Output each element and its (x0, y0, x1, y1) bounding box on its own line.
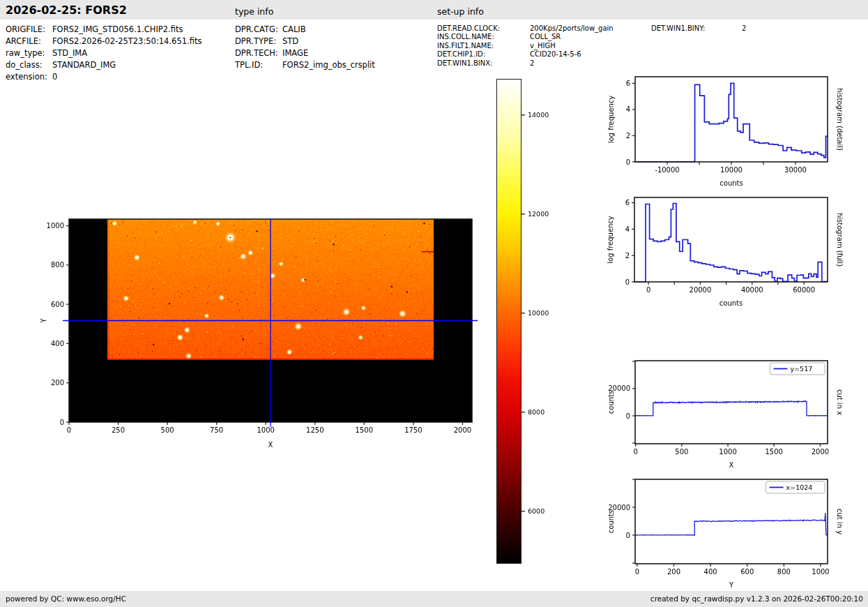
x-tick-label: 20000 (690, 286, 712, 294)
info-value: FORS2_IMG_STD056.1.CHIP2.fits (52, 25, 183, 34)
file-info-row: do_class:STANDARD_IMG (6, 61, 116, 70)
setup-info-row: DET.CHIP1.ID:CCID20-14-5-6 (437, 50, 581, 58)
colorbar-tick-label: 14000 (528, 111, 549, 119)
x-tick-label: 200 (667, 568, 680, 576)
hist-full-plot-right-label: histogram (full) (836, 213, 844, 267)
cut_x-series (635, 401, 828, 417)
colorbar-tick-label: 8000 (528, 408, 545, 416)
setup-info-row: DET.READ.CLOCK:200Kps/2ports/low_gain (437, 24, 614, 32)
colorbar-tick-label: 6000 (528, 507, 545, 515)
info-value: CALIB (282, 25, 306, 34)
y-tick-label: 0 (60, 419, 64, 426)
x-tick-label: 2000 (454, 426, 471, 434)
x-tick-label: 0 (646, 286, 650, 294)
info-label: DPR.TYPE: (235, 37, 282, 46)
file-info-row: ORIGFILE:FORS2_IMG_STD056.1.CHIP2.fits (6, 25, 183, 34)
x-tick-label: 400 (704, 568, 717, 576)
y-tick-label: 400 (51, 340, 64, 347)
colorbar (496, 79, 521, 564)
hist-full-plot-frame (634, 197, 828, 282)
info-value: CCID20-14-5-6 (530, 50, 581, 58)
y-tick-label: 0 (625, 278, 630, 286)
x-tick-label: 1000 (719, 448, 736, 456)
x-tick-label: 30000 (784, 166, 807, 174)
type-info-row: DPR.TECH:IMAGE (235, 49, 308, 58)
info-value: 2 (530, 59, 534, 67)
y-tick-label: 4 (625, 225, 630, 233)
info-label: extension: (6, 73, 52, 82)
y-tick-label: 20000 (608, 384, 630, 392)
x-tick-label: 800 (777, 568, 791, 576)
info-value: STANDARD_IMG (52, 61, 116, 70)
info-label: DPR.TECH: (235, 49, 282, 58)
x-tick-label: 500 (161, 426, 174, 434)
info-label: TPL.ID: (235, 61, 282, 70)
cut-y-plot-right-label: cut in y (836, 509, 844, 534)
hist-full-plot-axes (632, 197, 828, 285)
y-tick-label: 0 (626, 532, 630, 539)
setup-info-row: INS.COLL.NAME:COLL_SR (437, 33, 561, 40)
main-image-plot-xlabel: X (268, 441, 273, 449)
type-info-row: DPR.CATG:CALIB (235, 25, 306, 34)
y-tick-label: 200 (51, 379, 64, 387)
info-label: do_class: (6, 61, 52, 70)
setup-info-row: DET.WIN1.BINX:2 (437, 59, 534, 67)
info-value: FORS2_img_obs_crsplit (282, 61, 375, 70)
y-tick-label: 2 (626, 132, 630, 140)
x-tick-label: 0 (67, 426, 71, 434)
cut-y-plot-ylabel: counts (607, 510, 615, 533)
y-tick-label: 800 (51, 261, 64, 269)
y-tick-label: 0 (626, 158, 630, 166)
setup-info-row: DET.WIN1.BINY:2 (651, 24, 746, 32)
info-value: COLL_SR (530, 33, 561, 40)
file-info-row: extension:0 (6, 73, 57, 82)
file-info-row: raw_type:STD_IMA (6, 49, 87, 58)
x-tick-label: 40000 (741, 286, 763, 294)
cut-x-plot-ylabel: counts (607, 391, 615, 414)
hist-full-plot-xlabel: counts (719, 299, 743, 307)
header-bar (0, 0, 868, 20)
x-tick-label: 1500 (765, 448, 782, 456)
info-value: STD_IMA (52, 49, 87, 58)
info-label: INS.FILT1.NAME: (437, 42, 530, 50)
y-tick-label: 2 (625, 252, 630, 260)
cut-y-plot-frame (635, 479, 828, 564)
x-tick-label: 1250 (306, 426, 323, 434)
info-value: 0 (52, 73, 57, 82)
cut-y-plot-axes (632, 479, 828, 567)
hist-detail-plot-ylabel: log frequency (607, 96, 615, 144)
y-tick-label: 6 (626, 80, 630, 87)
colorbar-tick-label: 10000 (528, 309, 549, 317)
info-label: DET.READ.CLOCK: (437, 24, 530, 32)
hist-detail-plot-frame (635, 77, 828, 162)
cut-x-plot-xlabel: X (729, 461, 734, 469)
main-image-plot-ylabel: Y (40, 318, 47, 324)
info-value: FORS2.2026-02-25T23:50:14.651.fits (52, 37, 201, 46)
x-tick-label: 750 (210, 426, 223, 434)
type-info-row: TPL.ID:FORS2_img_obs_crsplit (235, 61, 375, 70)
x-tick-label: 0 (633, 448, 637, 456)
page-title: 2026-02-25: FORS2 (6, 3, 127, 17)
hist-detail-plot-xlabel: counts (719, 179, 743, 187)
section-label-type-info: type info (235, 6, 273, 17)
y-tick-label: 600 (51, 301, 64, 308)
info-label: raw_type: (6, 49, 52, 58)
y-tick-label: 6 (625, 199, 630, 207)
cut-x-plot-axes (632, 361, 828, 447)
setup-info-row: INS.FILT1.NAME:v_HIGH (437, 42, 556, 50)
info-label: DET.WIN1.BINX: (437, 59, 530, 67)
info-label: ORIGFILE: (6, 25, 52, 34)
footer-left: powered by QC: www.eso.org/HC (6, 591, 126, 607)
info-value: STD (282, 37, 298, 46)
info-label: INS.COLL.NAME: (437, 33, 530, 40)
hist_detail-series (635, 83, 828, 162)
hist-full-plot-ylabel: log frequency (607, 216, 614, 264)
x-tick-label: 1000 (812, 568, 829, 576)
info-label: DET.CHIP1.ID: (437, 50, 530, 58)
y-tick-label: 1000 (47, 222, 64, 230)
hist-detail-plot-axes (632, 77, 828, 165)
y-tick-label: 20000 (608, 504, 630, 511)
hist_full-series (634, 204, 828, 283)
x-tick-label: 1000 (257, 426, 275, 434)
hist-detail-plot-right-label: histogram (detail) (836, 88, 844, 151)
